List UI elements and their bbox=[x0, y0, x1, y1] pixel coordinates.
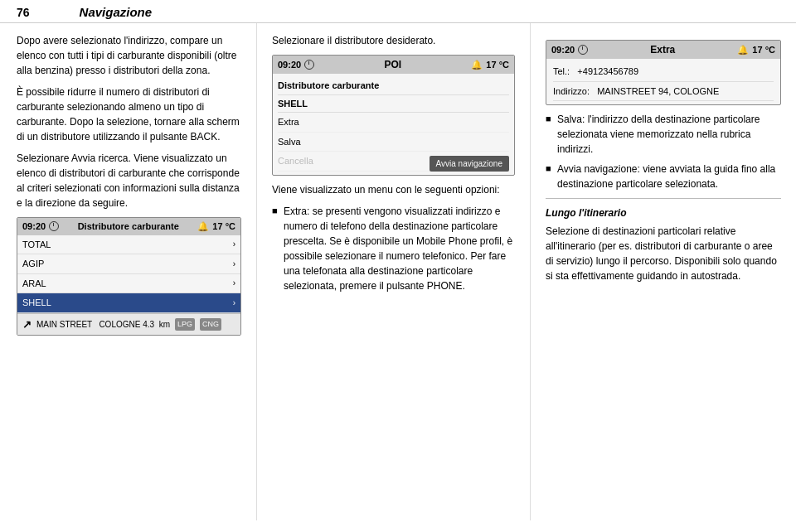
screen-left: 09:20 Distributore carburante 🔔 17 °C TO… bbox=[17, 217, 241, 336]
bullet-marker-avvia: ■ bbox=[546, 162, 554, 191]
screen-left-header-right: 🔔 17 °C bbox=[197, 220, 235, 234]
screen-left-header-left: 09:20 bbox=[22, 220, 59, 234]
page-number: 76 bbox=[17, 6, 30, 19]
screen-mid-header-right: 🔔 17 °C bbox=[471, 58, 509, 72]
screen-left-header-title: Distributore carburante bbox=[78, 220, 179, 234]
right-bullet-avvia-text: Avvia navigazione: viene avviata la guid… bbox=[557, 162, 781, 191]
screen-right-tel: Tel.: +49123456789 bbox=[553, 62, 774, 82]
addr-label: Indirizzo: bbox=[553, 86, 595, 96]
col-left: Dopo avere selezionato l'indirizzo, comp… bbox=[0, 23, 257, 520]
addr-value: MAINSTREET 94, COLOGNE bbox=[597, 86, 719, 96]
clock-icon bbox=[49, 221, 59, 231]
screen-list-agip[interactable]: AGIP › bbox=[17, 254, 240, 274]
chevron-icon-total: › bbox=[233, 238, 235, 250]
screen-mid-body: Distributore carburante SHELL Extra Salv… bbox=[273, 74, 514, 175]
screen-list-total[interactable]: TOTAL › bbox=[17, 235, 240, 255]
screen-mid-temp: 17 °C bbox=[486, 58, 509, 72]
left-para-1: Dopo avere selezionato l'indirizzo, comp… bbox=[17, 33, 241, 78]
page-header: 76 Navigazione bbox=[0, 0, 796, 23]
left-para-3: Selezionare Avvia ricerca. Viene visuali… bbox=[17, 151, 241, 210]
screen-list-shell[interactable]: SHELL › bbox=[17, 293, 240, 313]
screen-left-temp: 17 °C bbox=[212, 220, 235, 234]
bullet-marker-extra: ■ bbox=[272, 204, 280, 293]
screen-mid-header: 09:20 POI 🔔 17 °C bbox=[273, 56, 514, 74]
lpg-tag: LPG bbox=[175, 318, 195, 331]
screen-left-bottom-text: MAIN STREET COLOGNE 4.3 km bbox=[36, 318, 170, 331]
screen-list-shell-label: SHELL bbox=[22, 296, 51, 310]
cng-tag: CNG bbox=[200, 318, 221, 331]
clock-icon-mid bbox=[304, 60, 314, 70]
columns-container: Dopo avere selezionato l'indirizzo, comp… bbox=[0, 23, 796, 520]
screen-right-header: 09:20 Extra 🔔 17 °C bbox=[546, 41, 780, 59]
signal-icon-right: 🔔 bbox=[737, 43, 749, 57]
chevron-icon-agip: › bbox=[233, 258, 235, 270]
screen-right-title: Extra bbox=[650, 42, 675, 57]
right-bullet-avvia: ■ Avvia navigazione: viene avviata la gu… bbox=[546, 162, 781, 191]
right-bullet-salva: ■ Salva: l'indirizzo della destinazione … bbox=[546, 112, 781, 157]
chevron-icon-aral: › bbox=[233, 277, 235, 289]
screen-mid-detail-subtitle: SHELL bbox=[278, 95, 509, 114]
screen-mid-title: POI bbox=[384, 57, 401, 72]
middle-bullet-extra: ■ Extra: se presenti vengono visualizzat… bbox=[272, 204, 515, 293]
col-right: 09:20 Extra 🔔 17 °C Tel.: +49123456789 I… bbox=[531, 23, 796, 520]
screen-list-aral-label: ARAL bbox=[22, 277, 46, 291]
screen-right-header-left: 09:20 bbox=[551, 43, 588, 57]
page-title: Navigazione bbox=[80, 5, 153, 19]
screen-right-time: 09:20 bbox=[551, 43, 575, 57]
middle-bullet-extra-text: Extra: se presenti vengono visualizzati … bbox=[284, 204, 515, 293]
screen-right: 09:20 Extra 🔔 17 °C Tel.: +49123456789 I… bbox=[546, 40, 781, 105]
direction-arrow-icon: ↗ bbox=[22, 317, 32, 333]
col-divider bbox=[546, 198, 781, 199]
screen-mid-menu-extra[interactable]: Extra bbox=[278, 113, 509, 133]
col-middle: Selezionare il distributore desiderato. … bbox=[257, 23, 531, 520]
screen-left-body: TOTAL › AGIP › ARAL › SHELL › ↗ MAIN S bbox=[17, 235, 240, 336]
section-text: Selezione di destinazioni particolari re… bbox=[546, 224, 781, 283]
screen-mid: 09:20 POI 🔔 17 °C Distributore carburant… bbox=[272, 55, 515, 176]
chevron-icon-shell: › bbox=[233, 297, 235, 309]
screen-left-header: 09:20 Distributore carburante 🔔 17 °C bbox=[17, 218, 240, 235]
screen-mid-menu-salva[interactable]: Salva bbox=[278, 133, 509, 152]
screen-list-agip-label: AGIP bbox=[22, 257, 44, 271]
right-bullet-salva-text: Salva: l'indirizzo della destinazione pa… bbox=[557, 112, 781, 157]
middle-body-text: Viene visualizzato un menu con le seguen… bbox=[272, 182, 515, 197]
screen-right-temp: 17 °C bbox=[752, 43, 775, 57]
signal-icon: 🔔 bbox=[197, 220, 209, 234]
screen-mid-menu-cancella: Cancella Avvia navigazione bbox=[278, 152, 509, 172]
avvia-nav-button[interactable]: Avvia navigazione bbox=[430, 156, 509, 172]
section-heading: Lungo l'itinerario bbox=[546, 206, 781, 220]
signal-icon-mid: 🔔 bbox=[471, 58, 483, 72]
screen-mid-header-left: 09:20 bbox=[278, 58, 314, 72]
middle-intro: Selezionare il distributore desiderato. bbox=[272, 33, 515, 48]
tel-value: +49123456789 bbox=[577, 66, 638, 76]
clock-icon-right bbox=[578, 45, 588, 55]
screen-right-addr: Indirizzo: MAINSTREET 94, COLOGNE bbox=[553, 82, 774, 102]
screen-left-time: 09:20 bbox=[22, 220, 46, 234]
screen-list-aral[interactable]: ARAL › bbox=[17, 274, 240, 294]
screen-mid-detail-title: Distributore carburante bbox=[278, 77, 509, 95]
screen-right-header-right: 🔔 17 °C bbox=[737, 43, 775, 57]
tel-label: Tel.: bbox=[553, 66, 575, 76]
left-para-2: È possibile ridurre il numero di distrib… bbox=[17, 85, 241, 144]
screen-left-bottom: ↗ MAIN STREET COLOGNE 4.3 km LPG CNG bbox=[17, 313, 240, 336]
screen-list-total-label: TOTAL bbox=[22, 238, 51, 252]
screen-right-body: Tel.: +49123456789 Indirizzo: MAINSTREET… bbox=[546, 59, 780, 104]
screen-mid-time: 09:20 bbox=[278, 58, 301, 72]
bullet-marker-salva: ■ bbox=[546, 112, 554, 157]
